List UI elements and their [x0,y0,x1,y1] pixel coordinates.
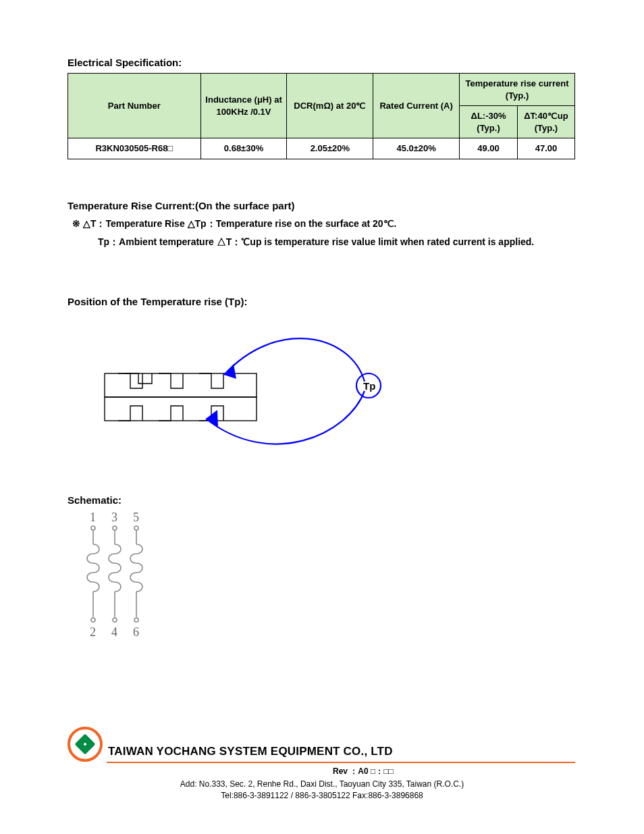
svg-rect-1 [105,397,257,421]
th-part-number: Part Number [68,74,201,138]
footer-address-line1: Add: No.333, Sec. 2, Renhe Rd., Daxi Dis… [177,779,467,790]
svg-marker-3 [206,410,218,427]
th-dcr: DCR(mΩ) at 20℃ [287,74,373,138]
svg-point-8 [91,618,95,622]
svg-marker-2 [224,364,236,379]
schematic-heading: Schematic: [68,494,122,506]
temp-rise-heading: Temperature Rise Current:(On the surface… [68,200,294,211]
tp-diagram-heading: Position of the Temperature rise (Tp): [68,296,247,307]
th-inductance: Inductance (μH) at 100KHz /0.1V [200,74,287,138]
pin-label-5: 5 [133,511,139,524]
svg-point-12 [113,618,117,622]
temp-note-line2: Tp：Ambient temperature △T：℃up is tempera… [98,233,534,251]
cell-tr-left: 49.00 [460,138,518,159]
pin-label-4: 4 [111,625,117,639]
electrical-spec-heading: Electrical Specification: [68,57,182,68]
pin-label-3: 3 [111,511,117,524]
company-logo-icon [68,727,103,762]
table-header-row: Part Number Inductance (μH) at 100KHz /0… [68,74,575,106]
svg-point-17 [69,728,101,760]
th-rated-current: Rated Current (A) [373,74,460,138]
spec-table: Part Number Inductance (μH) at 100KHz /0… [68,73,575,159]
th-temp-rise-left: ΔL:-30% (Typ.) [460,106,518,138]
cell-inductance: 0.68±30% [200,138,287,159]
temp-note-block: ※ △T：Temperature Rise △Tp：Temperature ri… [72,215,534,251]
tp-diagram: Tp [68,321,500,463]
th-temp-rise-right: ΔT:40℃up (Typ.) [517,106,574,138]
svg-point-13 [134,526,138,530]
pin-label-1: 1 [90,511,96,524]
cell-rated: 45.0±20% [373,138,460,159]
table-row: R3KN030505-R68□ 0.68±30% 2.05±20% 45.0±2… [68,138,575,159]
pin-label-2: 2 [90,625,96,639]
footer-revision: Rev ：A0 □：□□ [333,766,394,777]
page-root: Electrical Specification: Part Number In… [0,0,644,834]
footer-address-line2: Tel:886-3-3891122 / 886-3-3805122 Fax:88… [177,790,467,802]
cell-tr-right: 47.00 [517,138,574,159]
cell-dcr: 2.05±20% [287,138,373,159]
company-name: TAIWAN YOCHANG SYSTEM EQUIPMENT CO., LTD [108,745,393,758]
svg-point-5 [91,526,95,530]
th-temp-rise-top: Temperature rise current (Typ.) [460,74,575,106]
svg-point-16 [134,618,138,622]
cell-part-no: R3KN030505-R68□ [68,138,201,159]
pin-label-6: 6 [133,625,139,639]
temp-note-line1: ※ △T：Temperature Rise △Tp：Temperature ri… [72,215,534,233]
footer-address: Add: No.333, Sec. 2, Renhe Rd., Daxi Dis… [177,779,467,802]
schematic-diagram: 1 3 5 2 4 6 [83,511,164,639]
svg-point-9 [113,526,117,530]
footer-divider [107,762,575,763]
tp-label: Tp [363,380,375,392]
